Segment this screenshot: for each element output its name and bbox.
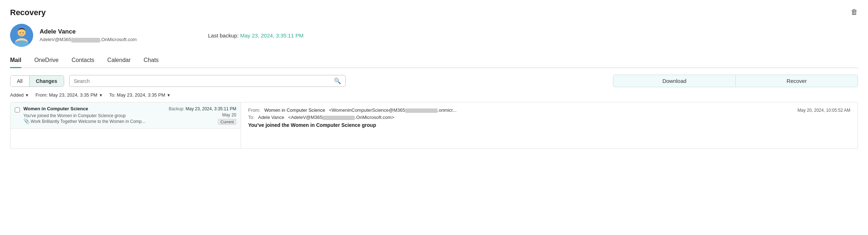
- trash-icon[interactable]: 🗑: [851, 8, 858, 16]
- from-dropdown-arrow: ▼: [99, 93, 103, 97]
- tab-chats[interactable]: Chats: [144, 57, 159, 68]
- preview-from: From: Women in Computer Science <Womenin…: [248, 107, 457, 113]
- mail-area: Women in Computer Science Backup: May 23…: [10, 102, 858, 149]
- mail-content: Women in Computer Science Backup: May 23…: [23, 106, 236, 125]
- tab-onedrive[interactable]: OneDrive: [34, 57, 59, 68]
- mail-item[interactable]: Women in Computer Science Backup: May 23…: [10, 102, 241, 129]
- mail-meta: May 20 Current: [218, 112, 236, 125]
- tab-contacts[interactable]: Contacts: [72, 57, 94, 68]
- tab-calendar[interactable]: Calendar: [107, 57, 131, 68]
- preview-to: To: Adele Vance <AdeleV@M365.OnMicrosoft…: [248, 115, 394, 120]
- user-email: AdeleV@M365.OnMicrosoft.com: [40, 37, 137, 42]
- tabs-row: Mail OneDrive Contacts Calendar Chats: [10, 57, 858, 68]
- tab-mail[interactable]: Mail: [10, 57, 21, 68]
- mail-sender: Women in Computer Science: [23, 106, 88, 111]
- mail-preview-text: You've joined the Women in Computer Scie…: [23, 113, 145, 124]
- preview-to-row: To: Adele Vance <AdeleV@M365.OnMicrosoft…: [248, 114, 850, 120]
- search-input[interactable]: [74, 78, 331, 84]
- filter-buttons: All Changes: [10, 75, 64, 87]
- mail-date: May 20: [222, 112, 236, 117]
- filter-row: Added ▼ From: May 23, 2024, 3:35 PM ▼ To…: [10, 92, 858, 98]
- search-icon[interactable]: 🔍: [334, 77, 341, 84]
- mail-item-header: Women in Computer Science Backup: May 23…: [23, 106, 236, 111]
- filter-all-button[interactable]: All: [10, 76, 30, 87]
- last-backup-date: May 23, 2024, 3:35:11 PM: [240, 32, 304, 39]
- svg-point-4: [20, 32, 21, 34]
- user-details: Adele Vance AdeleV@M365.OnMicrosoft.com: [40, 28, 137, 42]
- filter-changes-button[interactable]: Changes: [30, 76, 64, 87]
- toolbar-row: All Changes 🔍 Download Recover: [10, 75, 858, 87]
- preview-header-row: From: Women in Computer Science <Womenin…: [248, 107, 850, 113]
- mail-body-row: You've joined the Women in Computer Scie…: [23, 112, 236, 125]
- page-title: Recovery: [10, 8, 46, 17]
- last-backup: Last backup: May 23, 2024, 3:35:11 PM: [208, 32, 304, 39]
- svg-point-5: [23, 32, 24, 34]
- mail-backup-info: Backup: May 23, 2024, 3:35:11 PM: [169, 106, 236, 111]
- mail-tag: Current: [218, 119, 236, 125]
- avatar: [10, 24, 33, 47]
- to-dropdown-arrow: ▼: [167, 93, 171, 97]
- search-container: 🔍: [69, 75, 346, 87]
- attachment-icon: 📎: [23, 118, 30, 124]
- mail-list: Women in Computer Science Backup: May 23…: [10, 102, 241, 148]
- added-dropdown[interactable]: Added ▼: [10, 92, 29, 98]
- user-info-row: Adele Vance AdeleV@M365.OnMicrosoft.com …: [10, 24, 858, 47]
- preview-timestamp: May 20, 2024, 10:05:52 AM: [797, 108, 850, 113]
- from-date-dropdown[interactable]: From: May 23, 2024, 3:35 PM ▼: [35, 92, 103, 98]
- added-dropdown-arrow: ▼: [25, 93, 29, 97]
- recover-button[interactable]: Recover: [735, 75, 858, 87]
- preview-subject: You've joined the Women in Computer Scie…: [248, 122, 850, 128]
- to-date-dropdown[interactable]: To: May 23, 2024, 3:35 PM ▼: [109, 92, 170, 98]
- mail-backup-date: May 23, 2024, 3:35:11 PM: [185, 106, 236, 111]
- mail-checkbox[interactable]: [15, 107, 20, 112]
- mail-preview-panel: From: Women in Computer Science <Womenin…: [241, 102, 858, 148]
- user-name: Adele Vance: [40, 28, 137, 35]
- download-button[interactable]: Download: [613, 75, 735, 87]
